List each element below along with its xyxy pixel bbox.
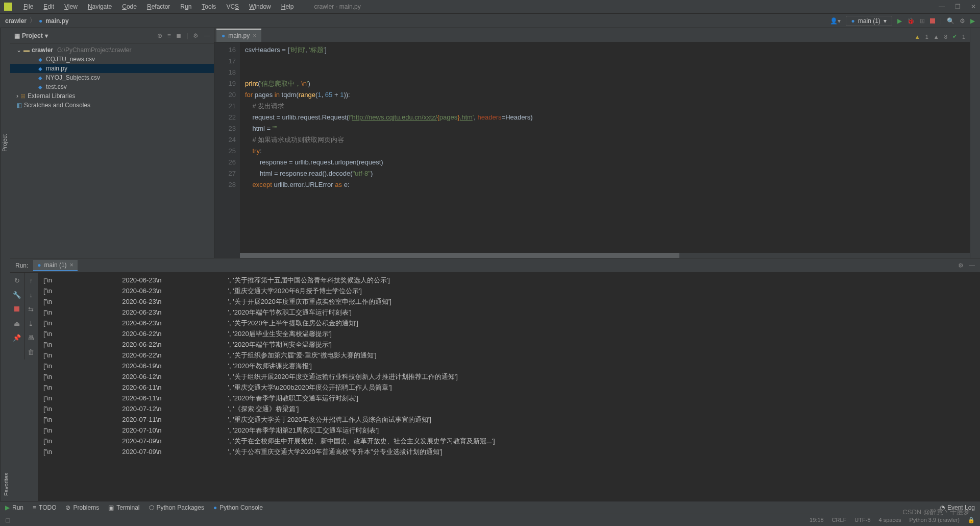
project-panel: ▦ Project ▾ ⊕ ≡ ≣ | ⚙ — ⌄ ▬ crawler G:\P… [10, 28, 214, 258]
stop-button[interactable] [10, 304, 23, 314]
problems-tool-button[interactable]: ⊘Problems [65, 504, 99, 511]
terminal-label: Terminal [116, 504, 139, 511]
todo-tool-button[interactable]: ≡TODO [33, 504, 56, 511]
down-icon[interactable]: ↓ [24, 290, 38, 299]
navbar: crawler 〉 ● main.py 👤▾ ● main (1) ▾ ▶ 🐞 … [0, 14, 980, 28]
run-title: Run: [15, 262, 28, 269]
hide-icon[interactable]: — [969, 262, 975, 269]
terminal-icon: ▣ [108, 504, 114, 511]
search-icon[interactable]: 🔍 [947, 17, 954, 25]
sidebar-favorites-tab[interactable]: Favorites [3, 263, 9, 496]
project-panel-title[interactable]: ▦ Project ▾ [14, 32, 154, 39]
window-title: crawler - main.py [314, 3, 360, 10]
rerun-button[interactable]: ↻ [10, 276, 23, 285]
wrap-icon[interactable]: ⇆ [24, 304, 38, 314]
hide-icon[interactable]: — [204, 32, 210, 39]
pin-icon[interactable]: 📌 [10, 333, 23, 342]
run-config-label: main (1) [858, 17, 880, 25]
tree-file[interactable]: ◆CQJTU_news.csv [10, 55, 214, 64]
event-log-button[interactable]: ◔Event Log [940, 504, 975, 511]
project-tree[interactable]: ⌄ ▬ crawler G:\PyCharmProject\crawler ◆C… [10, 43, 214, 258]
caret-position[interactable]: 19:18 [810, 517, 824, 523]
tree-file[interactable]: ◆test.csv [10, 82, 214, 91]
file-name: main.py [46, 65, 67, 72]
sidebar-project-tab[interactable]: Project [2, 32, 8, 254]
coverage-button[interactable]: ⊞ [920, 17, 925, 25]
run-output[interactable]: ['\n 2020-06-23\n ', '关于推荐第十五届中国公路青年科技奖候… [38, 273, 980, 508]
status-bar: ▢ 19:18 CRLF UTF-8 4 spaces Python 3.9 (… [0, 514, 980, 526]
run-anything-icon[interactable]: ▶ [970, 17, 975, 25]
settings-icon[interactable]: ⚙ [960, 17, 965, 25]
print-icon[interactable]: 🖶 [24, 333, 38, 342]
stop-button[interactable] [930, 18, 935, 23]
menu-window[interactable]: Window [244, 1, 276, 12]
run-tool-button[interactable]: ▶Run [5, 504, 23, 511]
pyconsole-label: Python Console [219, 504, 263, 511]
tree-file[interactable]: ◆main.py [10, 64, 214, 73]
gear-icon[interactable]: ⚙ [193, 32, 199, 39]
run-tab[interactable]: ● main (1) × [33, 260, 77, 271]
terminal-tool-button[interactable]: ▣Terminal [108, 504, 139, 511]
editor-tab-main[interactable]: ● main.py × [216, 29, 261, 42]
exit-icon[interactable]: ⏏ [10, 319, 23, 328]
collapse-all-icon[interactable]: ≣ [176, 32, 181, 39]
todo-label: TODO [39, 504, 56, 511]
menu-refactor[interactable]: Refactor [142, 1, 175, 12]
menu-help[interactable]: Help [276, 1, 299, 12]
tree-root[interactable]: ⌄ ▬ crawler G:\PyCharmProject\crawler [10, 45, 214, 55]
tree-external-libs[interactable]: › ⊞ External Libraries [10, 91, 214, 101]
interpreter[interactable]: Python 3.9 (crawler) [910, 517, 960, 523]
chevron-right-icon: › [16, 92, 18, 100]
indent[interactable]: 4 spaces [879, 517, 901, 523]
menu-vcs[interactable]: VCS [221, 1, 244, 12]
run-button[interactable]: ▶ [897, 17, 902, 25]
code-editor[interactable]: 16171819202122232425262728 csvHeaders = … [214, 42, 980, 258]
close-tab-icon[interactable]: × [253, 32, 256, 39]
close-icon[interactable]: ✕ [971, 3, 976, 10]
locate-icon[interactable]: ⊕ [157, 32, 162, 39]
check-icon: ✔ [952, 33, 957, 40]
menu-code[interactable]: Code [117, 1, 142, 12]
menu-navigate[interactable]: Navigate [83, 1, 117, 12]
tree-scratches[interactable]: ◧ Scratches and Consoles [10, 101, 214, 110]
up-icon[interactable]: ↑ [24, 276, 38, 285]
python-packages-button[interactable]: ⬡Python Packages [149, 504, 204, 511]
check-count: 1 [962, 34, 965, 40]
menu-view[interactable]: View [59, 1, 83, 12]
problems-icon: ⊘ [65, 504, 70, 511]
breadcrumb[interactable]: crawler 〉 ● main.py [5, 16, 69, 25]
trash-icon[interactable]: 🗑 [24, 347, 38, 356]
tool-window-icon[interactable]: ▢ [5, 517, 10, 523]
run-config-selector[interactable]: ● main (1) ▾ [846, 16, 892, 26]
lock-icon[interactable]: 🔒 [968, 517, 975, 523]
menu-run[interactable]: Run [175, 1, 197, 12]
horizontal-scrollbar[interactable] [240, 253, 972, 258]
project-icon: ▦ [14, 32, 20, 39]
expand-all-icon[interactable]: ≡ [167, 32, 171, 39]
user-icon[interactable]: 👤▾ [830, 17, 841, 25]
chevron-down-icon: ▾ [884, 17, 887, 25]
scrollbar-thumb[interactable] [240, 253, 679, 258]
run-header: Run: ● main (1) × ⚙ — [10, 258, 980, 273]
wrench-icon[interactable]: 🔧 [10, 290, 23, 299]
gutter[interactable]: 16171819202122232425262728 [214, 42, 240, 258]
tree-file[interactable]: ◆NYOJ_Subjects.csv [10, 73, 214, 82]
menu-tools[interactable]: Tools [197, 1, 221, 12]
line-separator[interactable]: CRLF [832, 517, 847, 523]
project-panel-header: ▦ Project ▾ ⊕ ≡ ≣ | ⚙ — [10, 28, 214, 43]
run-body: ↻ 🔧 ⏏ 📌 ↑ ↓ ⇆ ⤓ 🖶 🗑 ['\n [10, 273, 980, 508]
menu-edit[interactable]: Edit [38, 1, 59, 12]
minimize-icon[interactable]: — [939, 3, 945, 10]
maximize-icon[interactable]: ❐ [955, 3, 961, 10]
scroll-icon[interactable]: ⤓ [24, 319, 38, 328]
python-console-button[interactable]: ●Python Console [213, 504, 263, 511]
file-encoding[interactable]: UTF-8 [854, 517, 870, 523]
gear-icon[interactable]: ⚙ [958, 262, 964, 269]
menu-file[interactable]: File [18, 1, 38, 12]
close-icon[interactable]: × [70, 261, 74, 269]
code-content[interactable]: csvHeaders = ['时间', '标题'] print('信息爬取中，\… [240, 42, 980, 258]
breadcrumb-project[interactable]: crawler [5, 17, 27, 25]
breadcrumb-file[interactable]: main.py [45, 17, 68, 25]
scratch-icon: ◧ [16, 102, 22, 109]
debug-button[interactable]: 🐞 [907, 17, 915, 25]
